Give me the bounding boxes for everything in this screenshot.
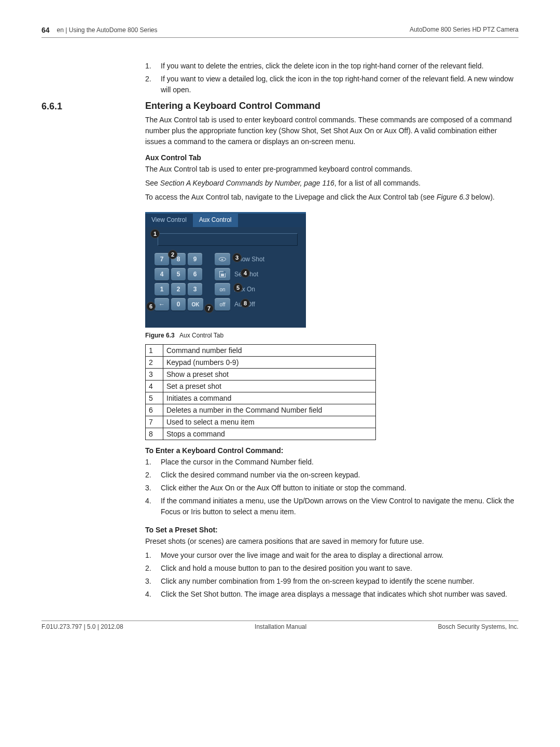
figure-reference: Figure 6.3: [437, 193, 469, 201]
list-text: If you want to delete the entries, click…: [161, 61, 519, 72]
page-number: 64: [41, 26, 50, 34]
keypad-2-button[interactable]: 2: [171, 283, 186, 295]
page-header: 64 en | Using the AutoDome 800 Series Au…: [41, 26, 519, 38]
keypad-4-button[interactable]: 4: [155, 268, 169, 280]
disk-icon: [219, 271, 226, 277]
page-footer: F.01U.273.797 | 5.0 | 2012.08 Installati…: [41, 621, 519, 630]
figure-caption: Figure 6.3 Aux Control Tab: [145, 332, 519, 339]
tab-view-control[interactable]: View Control: [145, 214, 193, 227]
callout-marker-7: 7: [204, 304, 214, 313]
list-item: 2.If you want to view a detailed log, cl…: [145, 74, 519, 95]
list-number: 1.: [145, 550, 161, 561]
list-text: Click either the Aux On or the Aux Off b…: [161, 483, 519, 494]
list-text: Place the cursor in the Command Number f…: [161, 457, 519, 468]
section-intro-paragraph: The Aux Control tab is used to enter key…: [145, 115, 519, 147]
aux-heading: Aux Control Tab: [145, 153, 519, 162]
text: See: [145, 179, 160, 187]
show-shot-button[interactable]: [215, 253, 230, 265]
legend-description: Command number field: [163, 345, 376, 357]
legend-description: Set a preset shot: [163, 380, 376, 392]
footer-left: F.01U.273.797 | 5.0 | 2012.08: [41, 623, 123, 630]
callout-marker-8: 8: [241, 299, 250, 308]
enter-command-heading: To Enter a Keyboard Control Command:: [145, 446, 519, 455]
section-number: 6.6.1: [41, 101, 145, 605]
aux-para-see: See Section A Keyboard Commands by Numbe…: [145, 178, 519, 189]
preset-list: 1.Move your cursor over the live image a…: [145, 550, 519, 600]
aux-off-button[interactable]: off: [215, 298, 230, 311]
keypad-0-button[interactable]: 0: [171, 298, 186, 311]
list-number: 2.: [145, 563, 161, 574]
list-text: If you want to view a detailed log, clic…: [161, 74, 519, 95]
preset-intro: Preset shots (or scenes) are camera posi…: [145, 536, 519, 547]
tab-aux-control[interactable]: Aux Control: [193, 214, 238, 227]
list-number: 4.: [145, 589, 161, 600]
table-row: 4Set a preset shot: [146, 380, 376, 392]
header-left-text: en | Using the AutoDome 800 Series: [57, 26, 158, 34]
text: , for a list of all commands.: [334, 179, 421, 187]
aux-para-2: To access the Aux Control tab, navigate …: [145, 192, 519, 203]
table-row: 2Keypad (numbers 0-9): [146, 357, 376, 369]
list-text: Click and hold a mouse button to pan to …: [161, 563, 519, 574]
callout-marker-6: 6: [146, 302, 156, 311]
figure-caption-number: Figure 6.3: [145, 332, 175, 339]
aux-control-panel: 1 2 3 4 5 6 7 8 7 8 9: [145, 227, 306, 328]
list-text: Move your cursor over the live image and…: [161, 550, 519, 561]
callout-marker-5: 5: [233, 283, 243, 292]
eye-icon: [219, 257, 226, 261]
text: below).: [469, 193, 495, 201]
list-item: 3.Click any number combination from 1-99…: [145, 576, 519, 587]
legend-description: Show a preset shot: [163, 369, 376, 380]
list-text: Click the desired command number via the…: [161, 470, 519, 481]
aux-control-figure: View Control Aux Control 1 2 3 4 5 6 7 8: [145, 212, 306, 328]
header-right-text: AutoDome 800 Series HD PTZ Camera: [410, 26, 519, 34]
list-item: 4.Click the Set Shot button. The image a…: [145, 589, 519, 600]
legend-description: Keypad (numbers 0-9): [163, 357, 376, 369]
list-number: 2.: [145, 470, 161, 481]
keypad-9-button[interactable]: 9: [188, 253, 202, 265]
keypad-1-button[interactable]: 1: [155, 283, 169, 295]
footer-right: Bosch Security Systems, Inc.: [438, 623, 519, 630]
legend-number: 2: [146, 357, 163, 369]
legend-description: Stops a command: [163, 428, 376, 440]
legend-description: Used to select a menu item: [163, 416, 376, 428]
legend-number: 7: [146, 416, 163, 428]
legend-number: 6: [146, 404, 163, 416]
legend-description: Deletes a number in the Command Number f…: [163, 404, 376, 416]
keypad-6-button[interactable]: 6: [188, 268, 202, 280]
list-item: 1.Place the cursor in the Command Number…: [145, 457, 519, 468]
command-number-field[interactable]: [158, 233, 298, 246]
list-text: Click any number combination from 1-99 f…: [161, 576, 519, 587]
keypad-ok-button[interactable]: OK: [188, 298, 203, 311]
list-item: 1.If you want to delete the entries, cli…: [145, 61, 519, 72]
table-row: 7Used to select a menu item: [146, 416, 376, 428]
list-text: If the command initiates a menu, use the…: [161, 496, 519, 517]
list-number: 3.: [145, 483, 161, 494]
list-item: 4.If the command initiates a menu, use t…: [145, 496, 519, 517]
callout-legend-table: 1Command number field 2Keypad (numbers 0…: [145, 344, 376, 440]
set-shot-button[interactable]: [215, 268, 230, 280]
footer-center: Installation Manual: [255, 623, 306, 630]
list-text: Click the Set Shot button. The image are…: [161, 589, 519, 600]
list-item: 1.Move your cursor over the live image a…: [145, 550, 519, 561]
legend-number: 1: [146, 345, 163, 357]
keypad-5-button[interactable]: 5: [171, 268, 186, 280]
callout-marker-3: 3: [232, 253, 242, 262]
enter-command-list: 1.Place the cursor in the Command Number…: [145, 457, 519, 517]
list-number: 2.: [145, 74, 161, 95]
text: To access the Aux Control tab, navigate …: [145, 193, 437, 201]
table-row: 6Deletes a number in the Command Number …: [146, 404, 376, 416]
tab-bar: View Control Aux Control: [145, 214, 306, 227]
list-number: 1.: [145, 457, 161, 468]
keypad-3-button[interactable]: 3: [188, 283, 202, 295]
legend-description: Initiates a command: [163, 392, 376, 404]
callout-marker-4: 4: [241, 269, 250, 278]
keypad-back-button[interactable]: ←: [155, 298, 169, 311]
section-title: Entering a Keyboard Control Command: [145, 101, 519, 111]
aux-para-1: The Aux Control tab is used to enter pre…: [145, 164, 519, 175]
list-item: 3.Click either the Aux On or the Aux Off…: [145, 483, 519, 494]
list-number: 3.: [145, 576, 161, 587]
keypad-7-button[interactable]: 7: [155, 253, 169, 265]
legend-number: 4: [146, 380, 163, 392]
aux-on-button[interactable]: on: [215, 283, 230, 295]
numeric-keypad: 7 8 9 4 5 6 1 2: [155, 253, 205, 313]
